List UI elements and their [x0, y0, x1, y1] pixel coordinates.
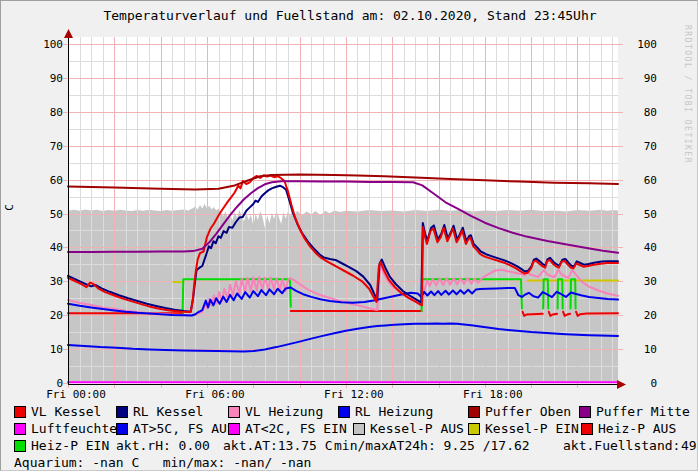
y-tick-label-right: 70: [627, 140, 657, 153]
legend-item: RL Heizung: [338, 405, 433, 419]
x-axis-arrow: [617, 380, 626, 389]
legend-item: Kessel-P AUS: [353, 422, 464, 436]
legend-label: Kessel-P EIN: [485, 422, 579, 436]
y-tick-label-right: 60: [627, 174, 657, 187]
legend-item: Puffer Oben: [468, 405, 571, 419]
legend-label: RL Heizung: [355, 405, 433, 419]
legend-stat-text: akt.Fuellstand:: [563, 439, 680, 453]
legend-stat-text: 49: [681, 439, 697, 453]
y-tick-label-left: 70: [33, 140, 63, 153]
legend-item: Heiz-P AUS: [581, 422, 676, 436]
legend-swatch: [468, 423, 480, 435]
legend-label: AT>5C, FS AUS: [133, 422, 235, 436]
legend-item: VL Kessel: [14, 405, 101, 419]
legend-stat-text: min/maxAT24h: 9.25 /17.62: [334, 439, 530, 453]
legend-swatch: [228, 423, 240, 435]
y-tick-label-left: 80: [33, 106, 63, 119]
x-tick-label: Fri 06:00: [175, 388, 255, 401]
legend-item: Heiz-P EIN: [14, 439, 109, 453]
legend-item: AT>5C, FS AUS: [116, 422, 235, 436]
legend-item: Luftfeuchte: [14, 422, 117, 436]
y-tick-label-right: 90: [627, 72, 657, 85]
legend-swatch: [353, 423, 365, 435]
legend-label: Heiz-P AUS: [598, 422, 676, 436]
legend-item: Kessel-P EIN: [468, 422, 579, 436]
legend-swatch: [14, 440, 26, 452]
legend-swatch: [468, 406, 480, 418]
y-tick-label-left: 10: [33, 343, 63, 356]
y-tick-label-left: 90: [33, 72, 63, 85]
y-tick-label-right: 40: [627, 241, 657, 254]
legend-label: VL Kessel: [31, 405, 101, 419]
legend-swatch: [228, 406, 240, 418]
y-tick-label-right: 80: [627, 106, 657, 119]
y-tick-label-right: 20: [627, 309, 657, 322]
legend-label: VL Heizung: [245, 405, 323, 419]
y-tick-label-left: 60: [33, 174, 63, 187]
x-tick-label: Fri 18:00: [453, 388, 533, 401]
legend-label: Luftfeuchte: [31, 422, 117, 436]
legend-stat-text: akt.AT:13.75 C: [223, 439, 333, 453]
y-tick-label-right: 100: [627, 38, 657, 51]
legend-swatch: [581, 423, 593, 435]
legend-label: Puffer Mitte: [596, 405, 690, 419]
y-tick-label-left: 50: [33, 208, 63, 221]
legend-item: AT<2C, FS EIN: [228, 422, 347, 436]
y-tick-label-left: 100: [33, 38, 63, 51]
legend-item: Puffer Mitte: [579, 405, 690, 419]
legend-label: Puffer Oben: [485, 405, 571, 419]
legend-swatch: [579, 406, 591, 418]
legend-label: AT<2C, FS EIN: [245, 422, 347, 436]
legend-item: VL Heizung: [228, 405, 323, 419]
y-axis-arrow: [64, 29, 73, 38]
y-tick-label-left: 20: [33, 309, 63, 322]
y-tick-label-right: 30: [627, 275, 657, 288]
legend-swatch: [338, 406, 350, 418]
x-tick-label: Fri 12:00: [314, 388, 394, 401]
legend-item: RL Kessel: [116, 405, 203, 419]
legend-swatch: [14, 406, 26, 418]
legend-label: RL Kessel: [133, 405, 203, 419]
legend-label: Kessel-P AUS: [370, 422, 464, 436]
legend-swatch: [116, 423, 128, 435]
rrdtool-graph: Temperaturverlauf und Fuellstand am: 02.…: [0, 0, 698, 471]
y-tick-label-left: 40: [33, 241, 63, 254]
x-tick-label: Fri 00:00: [36, 388, 116, 401]
legend-swatch: [116, 406, 128, 418]
legend-swatch: [14, 423, 26, 435]
y-tick-label-right: 10: [627, 343, 657, 356]
legend-stat-text: Aquarium: -nan C min/max: -nan/ -nan: [14, 456, 311, 470]
legend-stat-text: akt.rH: 0.00: [116, 439, 210, 453]
legend-label: Heiz-P EIN: [31, 439, 109, 453]
y-tick-label-left: 30: [33, 275, 63, 288]
y-tick-label-right: 50: [627, 208, 657, 221]
y-tick-label-right: 0: [627, 377, 657, 390]
